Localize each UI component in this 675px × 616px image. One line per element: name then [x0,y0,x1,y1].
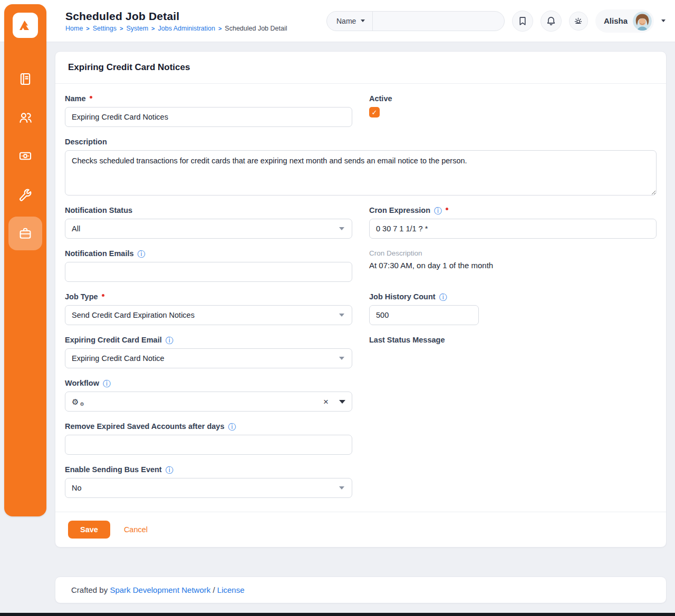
field-notification-status: Notification Status All [65,206,352,239]
notification-status-label: Notification Status [65,206,132,214]
chevron-down-icon [339,314,344,317]
search-filter-label: Name [336,17,356,25]
remove-expired-saved-accounts-input[interactable] [65,435,352,455]
breadcrumb-link-home[interactable]: Home [65,25,83,32]
notification-emails-input[interactable] [65,262,352,282]
required-indicator [446,208,448,210]
expiring-credit-card-email-select[interactable]: Expiring Credit Card Notice [65,348,352,368]
field-expiring-credit-card-email: Expiring Credit Card Email ⓘ Expiring Cr… [65,336,352,368]
info-icon[interactable]: ⓘ [103,379,111,387]
field-description: Description Checks scheduled transaction… [65,138,657,195]
job-history-count-input[interactable] [369,305,479,325]
chevron-down-icon [339,357,344,360]
gear-small-icon: ⚙ [80,402,84,407]
breadcrumb-link-system[interactable]: System [126,25,148,32]
top-bar: Scheduled Job Detail Home > Settings > S… [0,0,675,42]
name-input[interactable] [65,107,352,127]
field-enable-sending-bus-event: Enable Sending Bus Event ⓘ No [65,465,352,498]
notification-emails-label: Notification Emails [65,249,134,258]
required-indicator [102,294,104,297]
briefcase-icon [17,226,33,241]
check-icon: ✓ [372,109,378,116]
sidebar [4,4,46,516]
cron-description-value: At 07:30 AM, on day 1 of the month [369,261,657,270]
user-menu[interactable]: Alisha [595,9,654,33]
sidebar-item-connections[interactable] [8,62,42,96]
header-left: Scheduled Job Detail Home > Settings > S… [65,10,287,32]
info-icon[interactable]: ⓘ [166,336,173,344]
last-status-message-label: Last Status Message [369,336,445,344]
search-input[interactable] [373,12,504,31]
field-cron-description: Cron Description At 07:30 AM, on day 1 o… [369,249,657,282]
selected-value: All [72,224,80,233]
sidebar-item-finance[interactable] [8,139,42,173]
info-icon[interactable]: ⓘ [228,423,236,431]
wrench-icon [17,187,33,203]
notifications-button[interactable] [541,11,562,32]
breadcrumb-separator: > [86,25,89,32]
job-history-count-label: Job History Count [369,292,436,301]
breadcrumb-separator: > [120,25,123,32]
sidebar-item-tools[interactable] [8,178,42,212]
chevron-down-icon [339,486,344,490]
chevron-down-icon [339,227,344,230]
info-icon[interactable]: ⓘ [138,250,146,258]
chevron-down-icon[interactable] [661,19,666,22]
info-icon[interactable]: ⓘ [434,207,442,214]
bell-icon [545,15,557,27]
name-label: Name [65,94,86,103]
bookmark-icon [517,15,528,27]
chevron-down-icon [361,19,365,22]
field-workflow: Workflow ⓘ ⚙ ⚙ × [65,379,352,412]
search-bar: Name [326,11,505,31]
workflow-label: Workflow [65,379,99,387]
page-title: Scheduled Job Detail [65,10,287,23]
save-button[interactable]: Save [68,521,110,539]
notification-status-select[interactable]: All [65,219,352,239]
info-icon[interactable]: ⓘ [166,466,173,474]
spark-development-network-link[interactable]: Spark Development Network [110,585,210,594]
license-link[interactable]: License [217,585,245,594]
field-last-status-message: Last Status Message [369,336,657,368]
breadcrumb-separator: > [151,25,155,32]
cron-expression-label: Cron Expression [369,206,430,214]
bookmark-button[interactable] [512,11,533,32]
breadcrumb-separator: > [218,25,221,32]
required-indicator [90,96,92,99]
people-icon [17,110,33,125]
field-job-history-count: Job History Count ⓘ [369,292,657,325]
search-filter-dropdown[interactable]: Name [327,12,373,31]
expiring-credit-card-email-label: Expiring Credit Card Email [65,336,162,344]
selected-value: Expiring Credit Card Notice [72,354,165,363]
gear-icon: ⚙ [72,398,79,406]
sidebar-item-people[interactable] [8,101,42,134]
app-logo[interactable] [13,13,38,38]
header-right: Name [326,9,666,33]
description-textarea[interactable]: Checks scheduled transactions for credit… [65,150,657,195]
breadcrumb: Home > Settings > System > Jobs Administ… [65,25,287,32]
active-label: Active [369,94,392,103]
field-remove-expired-saved-accounts: Remove Expired Saved Accounts after days… [65,422,352,455]
clear-icon[interactable]: × [323,397,329,406]
main-content: Expiring Credit Card Notices Name Active [55,51,667,603]
cron-expression-input[interactable] [369,219,657,239]
breadcrumb-link-jobs-administration[interactable]: Jobs Administration [158,25,215,32]
info-icon[interactable]: ⓘ [439,293,447,301]
book-icon [17,71,33,87]
job-type-select[interactable]: Send Credit Card Expiration Notices [65,305,352,325]
sidebar-item-jobs[interactable] [8,217,42,250]
user-name: Alisha [604,16,628,25]
footer-separator: / [213,585,215,594]
active-checkbox[interactable]: ✓ [369,107,380,118]
breadcrumb-link-settings[interactable]: Settings [93,25,117,32]
theme-toggle-button[interactable] [569,12,588,31]
enable-sending-bus-event-select[interactable]: No [65,478,352,498]
cancel-button[interactable]: Cancel [124,525,148,534]
job-type-label: Job Type [65,292,98,301]
job-form: Name Active ✓ [55,84,666,512]
workflow-picker[interactable]: ⚙ ⚙ × [65,392,352,412]
money-icon [17,148,33,164]
enable-sending-bus-event-label: Enable Sending Bus Event [65,465,162,474]
field-notification-emails: Notification Emails ⓘ [65,249,352,282]
description-label: Description [65,138,107,146]
